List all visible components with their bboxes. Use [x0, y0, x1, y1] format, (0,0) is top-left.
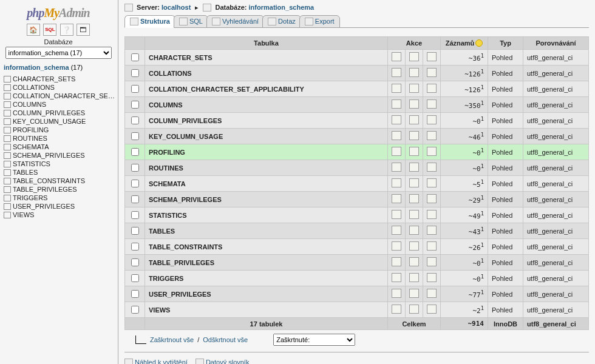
tab-sql[interactable]: SQL [174, 15, 208, 28]
table-link[interactable]: TABLE_CONSTRAINTS [149, 243, 222, 251]
table-link[interactable]: ROUTINES [149, 164, 183, 172]
structure-icon[interactable] [409, 292, 419, 299]
tree-item[interactable]: CHARACTER_SETS [4, 75, 115, 83]
tree-item[interactable]: VIEWS [4, 211, 115, 219]
row-checkbox[interactable] [131, 101, 139, 109]
tree-item[interactable]: COLUMN_PRIVILEGES [4, 109, 115, 117]
structure-icon[interactable] [409, 87, 419, 94]
browse-icon[interactable] [392, 55, 401, 62]
search-row-icon[interactable] [427, 87, 437, 94]
table-link[interactable]: SCHEMATA [149, 180, 186, 187]
tree-item[interactable]: ROUTINES [4, 134, 115, 143]
table-link[interactable]: COLLATION_CHARACTER_SET_APPLICABILITY [149, 86, 304, 93]
database-select[interactable]: information_schema (17) [5, 47, 112, 59]
browse-icon[interactable] [392, 118, 401, 126]
structure-icon[interactable] [409, 181, 419, 189]
table-link[interactable]: COLUMNS [149, 101, 183, 109]
home-icon[interactable]: 🏠 [27, 24, 40, 36]
tree-item[interactable]: USER_PRIVILEGES [4, 202, 115, 211]
structure-icon[interactable] [409, 276, 419, 283]
search-row-icon[interactable] [427, 260, 437, 268]
row-checkbox[interactable] [131, 85, 139, 93]
sql-icon[interactable]: SQL [43, 24, 56, 36]
table-link[interactable]: TRIGGERS [149, 275, 183, 282]
tree-item[interactable]: TABLE_PRIVILEGES [4, 185, 115, 194]
row-checkbox[interactable] [131, 69, 139, 77]
row-checkbox[interactable] [131, 227, 139, 235]
check-all-link[interactable]: Zaškrtnout vše [150, 336, 194, 343]
table-link[interactable]: SCHEMA_PRIVILEGES [149, 196, 222, 203]
browse-icon[interactable] [392, 87, 401, 94]
browse-icon[interactable] [392, 166, 401, 173]
tab-export[interactable]: Export [299, 15, 340, 28]
search-row-icon[interactable] [427, 229, 437, 236]
print-view-link[interactable]: Náhled k vytištění [124, 359, 189, 364]
search-row-icon[interactable] [427, 244, 437, 252]
table-link[interactable]: TABLES [149, 228, 175, 235]
row-checkbox[interactable] [131, 211, 139, 219]
search-row-icon[interactable] [427, 181, 437, 189]
structure-icon[interactable] [409, 260, 419, 268]
structure-icon[interactable] [409, 166, 419, 173]
tab-vyhledávání[interactable]: Vyhledávání [206, 15, 264, 28]
table-link[interactable]: STATISTICS [149, 212, 187, 219]
search-row-icon[interactable] [427, 166, 437, 173]
row-checkbox[interactable] [131, 132, 139, 140]
browse-icon[interactable] [392, 103, 401, 110]
search-row-icon[interactable] [427, 71, 437, 78]
structure-icon[interactable] [409, 150, 419, 157]
row-checkbox[interactable] [131, 243, 139, 251]
browse-icon[interactable] [392, 229, 401, 236]
table-link[interactable]: VIEWS [149, 306, 170, 314]
structure-icon[interactable] [409, 308, 419, 315]
tree-item[interactable]: SCHEMATA [4, 143, 115, 151]
structure-icon[interactable] [409, 118, 419, 126]
row-checkbox[interactable] [131, 53, 139, 61]
row-checkbox[interactable] [131, 195, 139, 203]
browse-icon[interactable] [392, 197, 401, 204]
row-checkbox[interactable] [131, 180, 139, 187]
tree-item[interactable]: COLLATION_CHARACTER_SET_APP [4, 92, 115, 100]
tree-item[interactable]: TRIGGERS [4, 194, 115, 202]
browse-icon[interactable] [392, 213, 401, 220]
browse-icon[interactable] [392, 292, 401, 299]
row-checkbox[interactable] [131, 306, 139, 314]
row-checkbox[interactable] [131, 274, 139, 282]
table-link[interactable]: PROFILING [149, 149, 185, 156]
db-heading[interactable]: information_schema (17) [4, 64, 115, 71]
docs-icon[interactable]: ❔ [60, 24, 73, 36]
browse-icon[interactable] [392, 244, 401, 252]
row-checkbox[interactable] [131, 164, 139, 172]
structure-icon[interactable] [409, 197, 419, 204]
tree-item[interactable]: KEY_COLUMN_USAGE [4, 117, 115, 126]
tree-item[interactable]: STATISTICS [4, 160, 115, 168]
browse-icon[interactable] [392, 308, 401, 315]
tree-item[interactable]: COLUMNS [4, 100, 115, 109]
browse-icon[interactable] [392, 181, 401, 189]
table-link[interactable]: USER_PRIVILEGES [149, 291, 211, 298]
browse-icon[interactable] [392, 260, 401, 268]
tree-item[interactable]: SCHEMA_PRIVILEGES [4, 151, 115, 160]
tree-item[interactable]: TABLE_CONSTRAINTS [4, 177, 115, 185]
search-row-icon[interactable] [427, 103, 437, 110]
row-checkbox[interactable] [131, 116, 139, 124]
structure-icon[interactable] [409, 103, 419, 110]
structure-icon[interactable] [409, 244, 419, 252]
search-row-icon[interactable] [427, 276, 437, 283]
tab-dotaz[interactable]: Dotaz [262, 15, 301, 28]
search-row-icon[interactable] [427, 118, 437, 126]
browse-icon[interactable] [392, 276, 401, 283]
search-row-icon[interactable] [427, 213, 437, 220]
uncheck-all-link[interactable]: Odškrtnout vše [203, 336, 248, 343]
row-checkbox[interactable] [131, 290, 139, 298]
search-row-icon[interactable] [427, 308, 437, 315]
tree-item[interactable]: COLLATIONS [4, 83, 115, 92]
structure-icon[interactable] [409, 55, 419, 62]
data-dictionary-link[interactable]: Datový slovník [195, 359, 250, 364]
table-link[interactable]: COLLATIONS [149, 70, 192, 77]
table-link[interactable]: COLUMN_PRIVILEGES [149, 117, 222, 124]
structure-icon[interactable] [409, 213, 419, 220]
row-checkbox[interactable] [131, 148, 139, 156]
table-link[interactable]: KEY_COLUMN_USAGE [149, 133, 223, 140]
search-row-icon[interactable] [427, 55, 437, 62]
